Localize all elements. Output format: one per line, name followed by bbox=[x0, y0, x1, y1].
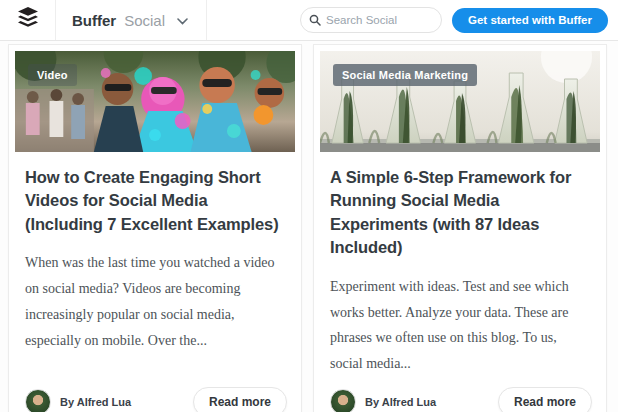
search-box[interactable] bbox=[300, 7, 442, 33]
chevron-down-icon bbox=[177, 11, 188, 29]
brand-section: Social bbox=[124, 12, 165, 29]
navbar-spacer bbox=[207, 0, 300, 40]
card-footer: By Alfred Lua Read more bbox=[9, 377, 301, 412]
buffer-stacked-layers-icon bbox=[17, 6, 39, 34]
read-more-button[interactable]: Read more bbox=[498, 387, 592, 412]
search-icon bbox=[309, 14, 321, 26]
category-tag[interactable]: Video bbox=[28, 64, 77, 86]
author-byline: By Alfred Lua bbox=[60, 396, 193, 408]
card-footer: By Alfred Lua Read more bbox=[314, 377, 606, 412]
read-more-button[interactable]: Read more bbox=[193, 387, 287, 412]
article-excerpt: When was the last time you watched a vid… bbox=[9, 236, 301, 377]
top-navbar: Buffer Social Get started with Buffer bbox=[0, 0, 618, 41]
search-input[interactable] bbox=[326, 14, 433, 26]
article-card-experiments: Social Media Marketing A Simple 6-Step F… bbox=[313, 44, 607, 412]
article-title[interactable]: A Simple 6-Step Framework for Running So… bbox=[314, 152, 606, 260]
card-thumbnail-holi-crowd[interactable]: Video bbox=[9, 45, 301, 152]
buffer-logo[interactable] bbox=[0, 0, 56, 40]
card-thumbnail-plant-flasks[interactable]: Social Media Marketing bbox=[314, 45, 606, 152]
author-byline: By Alfred Lua bbox=[365, 396, 498, 408]
article-title[interactable]: How to Create Engaging Short Videos for … bbox=[9, 152, 301, 236]
author-avatar bbox=[25, 389, 51, 412]
site-switcher-dropdown[interactable]: Buffer Social bbox=[56, 0, 207, 40]
brand-name: Buffer bbox=[72, 12, 116, 29]
article-grid: Video How to Create Engaging Short Video… bbox=[0, 41, 618, 412]
author-avatar bbox=[330, 389, 356, 412]
get-started-button[interactable]: Get started with Buffer bbox=[452, 8, 608, 33]
category-tag[interactable]: Social Media Marketing bbox=[333, 64, 477, 86]
article-excerpt: Experiment with ideas. Test and see whic… bbox=[314, 260, 606, 378]
article-card-videos: Video How to Create Engaging Short Video… bbox=[8, 44, 302, 412]
